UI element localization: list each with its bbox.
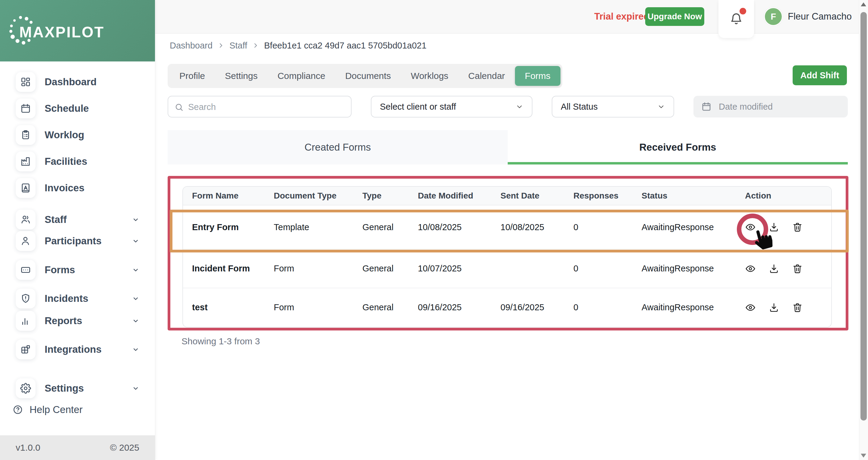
sidebar-item-integrations[interactable]: Integrations [0,338,155,360]
sidebar-item-dashboard[interactable]: Dashboard [0,71,155,93]
cell-status: AwaitingResponse [642,302,745,313]
view-button[interactable] [745,302,756,313]
sidebar-item-reports[interactable]: Reports [0,310,155,332]
chevron-right-icon [217,42,225,49]
brand-name: MAXPILOT [19,24,104,41]
filter-row: Select client or staff All Status Date m… [155,96,859,118]
status-select[interactable]: All Status [552,96,674,118]
scroll-up-arrow-icon[interactable] [861,2,866,6]
sidebar-item-help-center[interactable]: Help Center [0,399,155,421]
scrollbar-thumb[interactable] [861,12,867,421]
column-header: Responses [574,191,642,201]
cell-sent-date: 09/16/2025 [500,302,574,313]
cell-type: General [362,222,418,232]
trash-icon [792,222,803,233]
view-button[interactable] [745,222,756,233]
scroll-down-arrow-icon[interactable] [861,454,866,458]
active-tab-underline [508,162,848,164]
scrollbar[interactable] [859,0,868,460]
status-select-value: All Status [561,102,598,112]
upgrade-now-button[interactable]: Upgrade Now [645,7,704,26]
tab-forms[interactable]: Forms [515,66,560,86]
breadcrumb-item[interactable]: Dashboard [170,41,213,51]
calendar-icon [701,101,712,112]
app-window: MAXPILOT Dashboard Schedule Worklog [0,0,868,460]
delete-button[interactable] [792,222,803,233]
cell-responses: 0 [574,302,642,313]
sidebar-item-facilities[interactable]: Facilities [0,151,155,172]
breadcrumb-item[interactable]: Staff [229,41,247,51]
delete-button[interactable] [792,263,803,274]
cell-responses: 0 [574,264,642,273]
cell-type: General [362,302,418,313]
cell-document-type: Form [274,264,362,273]
chevron-right-icon [252,42,259,49]
sidebar-item-label: Participants [44,235,102,247]
tab-profile[interactable]: Profile [169,66,215,86]
sidebar-item-incidents[interactable]: Incidents [0,288,155,309]
tab-settings[interactable]: Settings [215,66,268,86]
table-header-row: Form Name Document Type Type Date Modifi… [183,187,831,205]
bar-chart-icon [16,311,36,331]
search-input[interactable] [188,98,345,116]
avatar[interactable]: F [764,7,783,26]
add-shift-button[interactable]: Add Shift [793,65,847,85]
date-modified-picker[interactable]: Date modified [693,96,848,118]
download-button[interactable] [769,302,779,313]
download-icon [769,263,779,274]
sidebar-item-label: Staff [44,214,67,225]
tab-created-forms[interactable]: Created Forms [167,130,508,164]
view-button[interactable] [745,263,756,274]
column-header: Status [642,191,745,201]
sidebar-item-invoices[interactable]: Invoices [0,177,155,199]
sidebar-item-staff[interactable]: Staff [0,209,155,230]
column-header: Type [362,191,418,201]
download-button[interactable] [769,222,779,233]
avatar-initial: F [771,12,776,22]
sidebar-item-worklog[interactable]: Worklog [0,124,155,146]
sidebar-item-schedule[interactable]: Schedule [0,98,155,119]
tab-received-forms-label: Received Forms [640,141,716,153]
sidebar-item-label: Settings [44,383,84,394]
cell-date-modified: 10/07/2025 [418,264,500,273]
tab-worklogs[interactable]: Worklogs [401,66,458,86]
help-circle-icon [13,404,23,415]
date-modified-label: Date modified [719,102,773,112]
action-cell [745,263,831,274]
gear-icon [16,379,36,398]
app-version: v1.0.0 [16,442,40,453]
sidebar-item-label: Dashboard [44,76,96,88]
table-row: Entry Form Template General 10/08/2025 1… [183,205,831,249]
sidebar-item-forms[interactable]: Forms [0,259,155,281]
chevron-down-icon [131,216,140,224]
tab-documents[interactable]: Documents [335,66,401,86]
tab-compliance[interactable]: Compliance [268,66,335,86]
cell-document-type: Template [274,222,362,232]
sidebar-item-label: Schedule [44,103,89,114]
delete-button[interactable] [792,302,803,313]
cell-responses: 0 [574,222,642,232]
action-cell [745,302,831,313]
logo[interactable]: MAXPILOT [0,0,155,61]
sidebar-item-settings[interactable]: Settings [0,377,155,399]
tab-received-forms[interactable]: Received Forms [508,130,848,164]
search-icon [174,102,184,112]
shield-alert-icon [16,289,36,308]
factory-icon [16,152,36,171]
action-cell [745,222,831,233]
sidebar-item-label: Forms [44,264,75,276]
tab-calendar[interactable]: Calendar [458,66,515,86]
calendar-icon [16,99,36,119]
sidebar: MAXPILOT Dashboard Schedule Worklog [0,0,155,460]
main-content: Dashboard Staff Bfeeb1e1 cca2 49d7 aac1 … [155,33,859,460]
column-header: Document Type [274,191,362,201]
download-button[interactable] [769,263,779,274]
notifications-button[interactable] [718,0,754,38]
user-name[interactable]: Fleur Camacho [788,0,852,33]
client-staff-select[interactable]: Select client or staff [371,96,532,118]
eye-icon [745,302,756,313]
column-header: Form Name [192,191,274,201]
cell-status: AwaitingResponse [642,222,745,232]
sidebar-item-participants[interactable]: Participants [0,230,155,252]
trash-icon [792,302,803,313]
